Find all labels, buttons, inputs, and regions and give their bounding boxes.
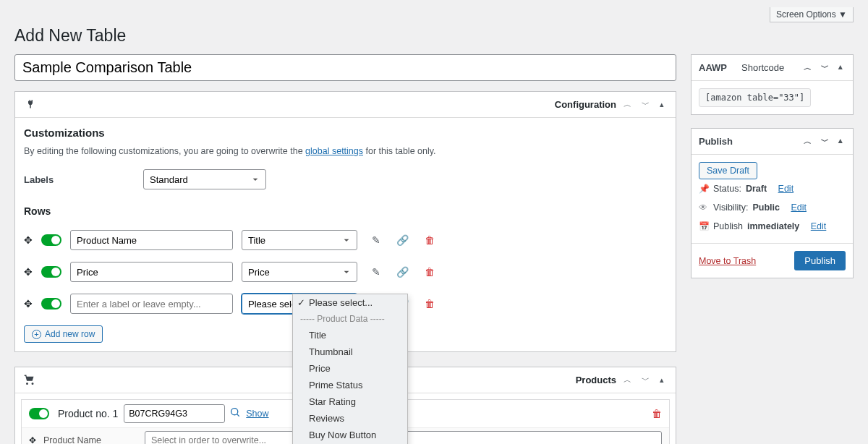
edit-schedule-link[interactable]: Edit: [811, 221, 827, 231]
shortcode-display[interactable]: [amazon table="33"]: [699, 88, 811, 107]
aawp-title: AAWP: [699, 62, 727, 73]
dropdown-option[interactable]: Please select...: [293, 294, 407, 311]
toggle-panel-icon[interactable]: ▴: [835, 135, 846, 148]
chevron-down-icon[interactable]: ﹀: [639, 373, 652, 387]
edit-icon[interactable]: ✎: [372, 266, 380, 278]
trash-icon[interactable]: 🗑: [425, 266, 435, 278]
product-toggle[interactable]: [29, 408, 49, 419]
publish-button[interactable]: Publish: [794, 251, 846, 270]
dropdown-option[interactable]: Price: [293, 360, 407, 377]
configuration-panel: Configuration ︿ ﹀ ▴ Customizations By ed…: [14, 91, 676, 352]
row-toggle[interactable]: [41, 234, 61, 246]
row-item: ✥ Price ✎ 🔗 🗑: [24, 262, 667, 282]
edit-status-link[interactable]: Edit: [778, 184, 794, 194]
screen-options-toggle[interactable]: Screen Options ▼: [770, 7, 854, 22]
row-type-select[interactable]: Title: [242, 230, 357, 250]
row-type-dropdown[interactable]: Please select... ----- Product Data ----…: [292, 294, 408, 444]
shortcode-tab[interactable]: Shortcode: [741, 62, 784, 73]
link-icon[interactable]: 🔗: [396, 234, 409, 246]
save-draft-button[interactable]: Save Draft: [699, 162, 757, 179]
publish-title: Publish: [699, 136, 733, 147]
chevron-down-icon[interactable]: ﹀: [818, 135, 832, 148]
show-link[interactable]: Show: [246, 409, 268, 419]
chevron-down-icon[interactable]: ﹀: [818, 61, 832, 74]
dropdown-option[interactable]: Title: [293, 327, 407, 343]
chevron-down-icon[interactable]: ﹀: [639, 98, 652, 111]
row-item: ✥ Title ✎ 🔗 🗑: [24, 230, 667, 250]
labels-select[interactable]: Standard: [143, 169, 266, 189]
global-settings-link[interactable]: global settings: [305, 146, 363, 156]
row-label-input[interactable]: [70, 294, 233, 314]
toggle-panel-icon[interactable]: ▴: [657, 374, 667, 386]
cart-icon: [24, 374, 35, 387]
toggle-panel-icon[interactable]: ▴: [835, 61, 846, 74]
chevron-up-icon[interactable]: ︿: [621, 98, 634, 111]
edit-visibility-link[interactable]: Edit: [791, 202, 807, 213]
dropdown-group: ----- Product Data -----: [293, 311, 407, 327]
publish-panel: Publish ︿ ﹀ ▴ Save Draft 📌 Status: Draft…: [691, 128, 854, 278]
chevron-up-icon[interactable]: ︿: [801, 135, 814, 148]
chevron-up-icon[interactable]: ︿: [621, 373, 634, 387]
customizations-desc: By editing the following customizations,…: [24, 146, 667, 156]
rows-title: Rows: [24, 205, 667, 217]
trash-icon[interactable]: 🗑: [425, 234, 435, 246]
toggle-panel-icon[interactable]: ▴: [657, 98, 667, 111]
customizations-title: Customizations: [24, 127, 667, 139]
row-type-select[interactable]: Price: [242, 262, 357, 282]
dropdown-option[interactable]: Buy Now Button: [293, 427, 407, 443]
edit-icon[interactable]: ✎: [372, 234, 380, 246]
search-icon[interactable]: [231, 408, 240, 419]
row-label-input[interactable]: [70, 230, 233, 250]
row-toggle[interactable]: [41, 266, 61, 278]
table-title-input[interactable]: [14, 54, 676, 81]
trash-icon[interactable]: 🗑: [425, 298, 435, 309]
products-header: Products: [576, 375, 616, 385]
plus-icon: +: [32, 330, 41, 339]
drag-handle-icon[interactable]: ✥: [24, 266, 33, 278]
page-title: Add New Table: [14, 26, 854, 46]
product-field-label: Product Name: [43, 435, 137, 444]
calendar-icon: 📅: [699, 221, 709, 231]
dropdown-option[interactable]: Star Rating: [293, 393, 407, 410]
aawp-panel: AAWP Shortcode ︿ ﹀ ▴ [amazon table="33"]: [691, 54, 854, 115]
dropdown-option[interactable]: Thumbnail: [293, 343, 407, 360]
labels-label: Labels: [24, 174, 143, 185]
dropdown-option[interactable]: Prime Status: [293, 377, 407, 393]
chevron-up-icon[interactable]: ︿: [801, 61, 814, 74]
drag-handle-icon[interactable]: ✥: [24, 234, 33, 246]
eye-icon: 👁: [699, 202, 709, 213]
pin-icon: 📌: [699, 184, 709, 194]
plug-icon: [24, 98, 35, 111]
trash-icon[interactable]: 🗑: [652, 408, 662, 419]
row-label-input[interactable]: [70, 262, 233, 282]
configuration-header: Configuration: [555, 99, 616, 110]
product-label: Product no. 1: [58, 408, 118, 419]
asin-input[interactable]: [124, 404, 225, 423]
dropdown-option[interactable]: Reviews: [293, 410, 407, 427]
add-row-button[interactable]: + Add new row: [24, 325, 103, 343]
row-toggle[interactable]: [41, 298, 61, 309]
link-icon[interactable]: 🔗: [396, 266, 409, 278]
move-to-trash-link[interactable]: Move to Trash: [699, 256, 756, 266]
drag-handle-icon[interactable]: ✥: [24, 298, 33, 309]
drag-handle-icon[interactable]: ✥: [29, 435, 36, 444]
